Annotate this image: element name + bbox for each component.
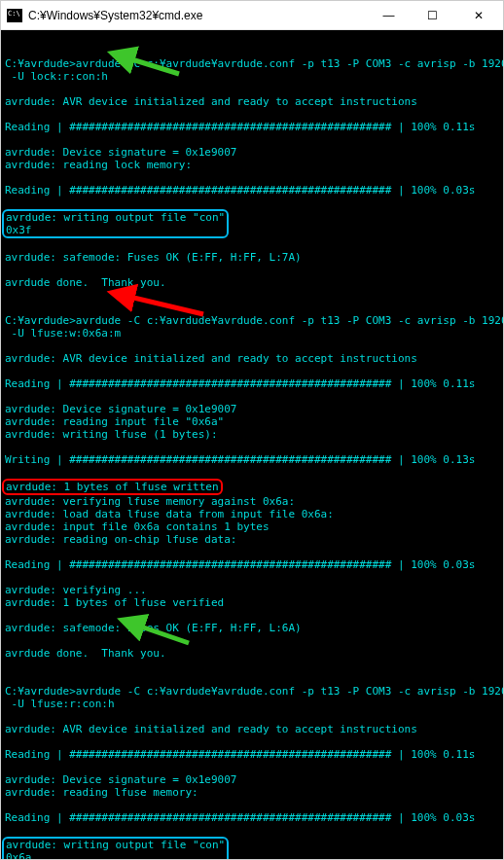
terminal-line: avrdude: 1 bytes of lfuse verified <box>5 596 499 609</box>
terminal-line: Reading | ##############################… <box>5 184 499 197</box>
terminal-line: Writing | ##############################… <box>5 453 499 466</box>
terminal-line: Reading | ##############################… <box>5 558 499 571</box>
terminal-line <box>5 108 499 121</box>
terminal-line <box>5 340 499 352</box>
terminal-line: avrdude: input file 0x6a contains 1 byte… <box>5 520 499 533</box>
terminal-line: Reading | ##############################… <box>5 377 499 390</box>
terminal-area[interactable]: C:¥avrdude>avrdude -C c:¥avrdude¥avrdude… <box>1 30 503 859</box>
terminal-line <box>5 824 499 837</box>
terminal-line: avrdude: writing output file "con" 0x3f <box>5 209 499 238</box>
titlebar[interactable]: C:¥Windows¥System32¥cmd.exe — ☐ ✕ <box>1 1 503 30</box>
terminal-line: Reading | ##############################… <box>5 748 499 761</box>
terminal-line: C:¥avrdude>avrdude -C c:¥avrdude¥avrdude… <box>5 314 499 327</box>
maximize-button[interactable]: ☐ <box>411 1 454 29</box>
terminal-line: avrdude: writing lfuse (1 bytes): <box>5 428 499 441</box>
terminal-line: -U lfuse:w:0x6a:m <box>5 327 499 340</box>
terminal-line: avrdude: reading on-chip lfuse data: <box>5 533 499 546</box>
highlight-box-red: avrdude: 1 bytes of lfuse written <box>2 479 223 495</box>
terminal-line <box>5 660 499 685</box>
terminal-line: avrdude: reading lock memory: <box>5 159 499 171</box>
terminal-line: avrdude: load data lfuse data from input… <box>5 508 499 520</box>
terminal-line: avrdude: AVR device initialized and read… <box>5 723 499 735</box>
terminal-line <box>5 546 499 558</box>
terminal-line: avrdude: AVR device initialized and read… <box>5 352 499 365</box>
terminal-line <box>5 710 499 723</box>
close-button[interactable]: ✕ <box>454 1 503 29</box>
highlight-box-blue: avrdude: writing output file "con" 0x6a <box>2 837 229 859</box>
terminal-line: Reading | ##############################… <box>5 811 499 824</box>
terminal-line: avrdude done. Thank you. <box>5 647 499 660</box>
terminal-line <box>5 466 499 479</box>
window-title: C:¥Windows¥System32¥cmd.exe <box>28 9 367 22</box>
terminal-line <box>5 365 499 377</box>
terminal-text: avrdude: 1 bytes of lfuse written <box>6 481 219 493</box>
terminal-line: avrdude done. Thank you. <box>5 276 499 289</box>
terminal-line <box>5 735 499 748</box>
terminal-text: avrdude: writing output file "con" <box>6 211 225 224</box>
terminal-line <box>5 289 499 314</box>
terminal-line: avrdude: safemode: Fuses OK (E:FF, H:FF,… <box>5 251 499 264</box>
terminal-line: avrdude: reading input file "0x6a" <box>5 415 499 428</box>
terminal-line <box>5 171 499 184</box>
cmd-icon <box>7 9 22 22</box>
terminal-line: avrdude: verifying ... <box>5 584 499 596</box>
terminal-line: avrdude: verifying lfuse memory against … <box>5 495 499 508</box>
terminal-line: avrdude: AVR device initialized and read… <box>5 95 499 108</box>
terminal-line <box>5 390 499 403</box>
terminal-text: 0x3f <box>6 224 32 236</box>
minimize-button[interactable]: — <box>367 1 411 29</box>
terminal-line: C:¥avrdude>avrdude -C c:¥avrdude¥avrdude… <box>5 57 499 70</box>
terminal-line: avrdude: Device signature = 0x1e9007 <box>5 146 499 159</box>
terminal-line: avrdude: Device signature = 0x1e9007 <box>5 773 499 786</box>
window-controls: — ☐ ✕ <box>367 1 503 29</box>
cmd-window: C:¥Windows¥System32¥cmd.exe — ☐ ✕ C:¥avr… <box>0 0 504 860</box>
terminal-line <box>5 634 499 647</box>
terminal-line: Reading | ##############################… <box>5 121 499 133</box>
terminal-line <box>5 83 499 95</box>
terminal-line <box>5 238 499 251</box>
highlight-box-blue: avrdude: writing output file "con" 0x3f <box>2 209 229 238</box>
terminal-line <box>5 197 499 209</box>
terminal-line <box>5 264 499 276</box>
terminal-line <box>5 761 499 773</box>
terminal-line: avrdude: safemode: Fuses OK (E:FF, H:FF,… <box>5 622 499 634</box>
terminal-text: 0x6a <box>6 851 32 859</box>
terminal-line: -U lock:r:con:h <box>5 70 499 83</box>
terminal-text: avrdude: writing output file "con" <box>6 839 225 851</box>
terminal-line <box>5 441 499 453</box>
terminal-line: avrdude: 1 bytes of lfuse written <box>5 479 499 495</box>
terminal-line: avrdude: Device signature = 0x1e9007 <box>5 403 499 415</box>
terminal-line: avrdude: reading lfuse memory: <box>5 786 499 799</box>
terminal-line: -U lfuse:r:con:h <box>5 698 499 710</box>
terminal-line <box>5 609 499 622</box>
terminal-line: C:¥avrdude>avrdude -C c:¥avrdude¥avrdude… <box>5 685 499 698</box>
terminal-line: avrdude: writing output file "con" 0x6a <box>5 837 499 859</box>
terminal-line <box>5 133 499 146</box>
terminal-line <box>5 571 499 584</box>
terminal-line <box>5 799 499 811</box>
terminal-line <box>5 45 499 57</box>
